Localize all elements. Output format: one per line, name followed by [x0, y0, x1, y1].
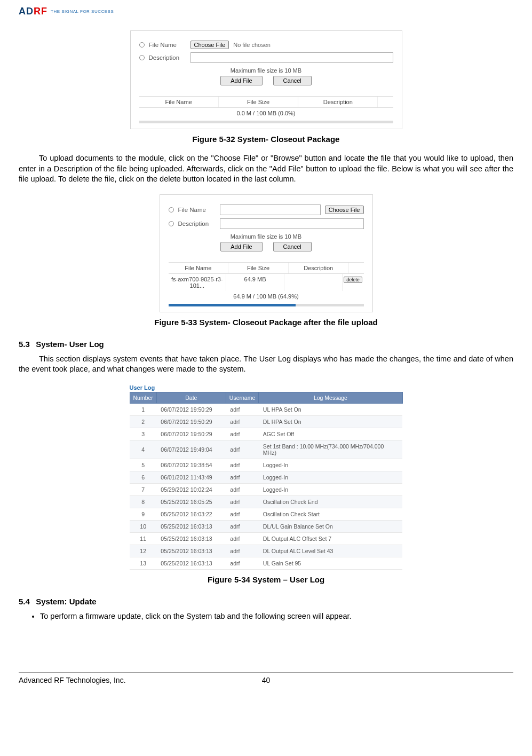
cell-date: 06/07/2012 19:50:29 [156, 428, 226, 440]
table-row: 206/07/2012 19:50:29adrfDL HPA Set On [130, 415, 402, 428]
cell-date: 06/01/2012 11:43:49 [156, 471, 226, 483]
cell-username: adrf [226, 557, 258, 569]
logo-prefix: AD [19, 6, 34, 17]
cell-logmessage: DL Output ALC Level Set 43 [259, 545, 402, 557]
page-header: ADRF THE SIGNAL FOR SUCCESS [19, 5, 513, 17]
table-row: fs-axm700-9025-r3-101... 64.9 MB delete [169, 274, 364, 291]
col-username: Username [226, 392, 258, 403]
radio-icon[interactable] [169, 221, 174, 226]
footer-company: Advanced RF Technologies, Inc. [19, 676, 250, 684]
col-filename: File Name [169, 263, 229, 273]
choose-file-button[interactable]: Choose File [190, 41, 229, 49]
filename-input[interactable] [220, 204, 321, 215]
logo-suffix: RF [34, 6, 47, 17]
cell-date: 06/07/2012 19:50:29 [156, 403, 226, 415]
cell-number: 7 [130, 483, 156, 495]
table-row: 106/07/2012 19:50:29adrfUL HPA Set On [130, 403, 402, 415]
table-row: 705/29/2012 10:02:24adrfLogged-In [130, 483, 402, 495]
cell-username: adrf [226, 495, 258, 508]
description-row: Description [139, 52, 393, 63]
col-description: Description [298, 97, 378, 107]
add-file-button[interactable]: Add File [220, 242, 262, 251]
usage-progress [139, 121, 393, 123]
cell-username: adrf [226, 532, 258, 545]
cell-username: adrf [226, 483, 258, 495]
table-row: 805/25/2012 16:05:25adrfOscillation Chec… [130, 495, 402, 508]
radio-icon[interactable] [139, 42, 145, 48]
cell-date: 06/07/2012 19:38:54 [156, 459, 226, 471]
table-row: 1105/25/2012 16:03:13adrfDL Output ALC O… [130, 532, 402, 545]
filename-row: File Name Choose File No file chosen [139, 41, 393, 49]
col-filename: File Name [139, 97, 219, 107]
filename-label: File Name [149, 42, 186, 48]
description-input[interactable] [190, 52, 393, 63]
cell-username: adrf [226, 520, 258, 532]
cell-number: 2 [130, 415, 156, 428]
section-54-title: System: Update [36, 597, 96, 606]
filename-label: File Name [178, 207, 216, 213]
radio-icon[interactable] [169, 207, 174, 212]
usage-text: 64.9 M / 100 MB (64.9%) [169, 291, 364, 302]
cell-date: 05/25/2012 16:03:13 [156, 545, 226, 557]
cell-number: 9 [130, 508, 156, 520]
figure-534-caption: Figure 5-34 System – User Log [19, 575, 513, 584]
cell-date: 05/25/2012 16:03:22 [156, 508, 226, 520]
cell-number: 3 [130, 428, 156, 440]
figure-533-caption: Figure 5-33 System- Closeout Package aft… [19, 318, 513, 327]
col-number: Number [130, 392, 156, 403]
table-row: 1205/25/2012 16:03:13adrfDL Output ALC L… [130, 545, 402, 557]
cell-number: 10 [130, 520, 156, 532]
table-row: 1005/25/2012 16:03:13adrfDL/UL Gain Bala… [130, 520, 402, 532]
description-label: Description [178, 220, 216, 227]
cell-logmessage: Logged-In [259, 483, 402, 495]
figure-534: User Log Number Date Username Log Messag… [19, 384, 513, 570]
cell-date: 05/25/2012 16:03:13 [156, 532, 226, 545]
description-row: Description [169, 218, 364, 229]
cell-logmessage: UL Gain Set 95 [259, 557, 402, 569]
table-row: 905/25/2012 16:03:22adrfOscillation Chec… [130, 508, 402, 520]
update-bullet-list: To perform a firmware update, click on t… [40, 611, 513, 622]
table-row: 506/07/2012 19:38:54adrfLogged-In [130, 459, 402, 471]
cell-number: 11 [130, 532, 156, 545]
col-date: Date [156, 392, 226, 403]
description-input[interactable] [220, 218, 364, 229]
section-54-number: 5.4 [19, 597, 34, 606]
section-53-title: System- User Log [36, 340, 104, 349]
figure-532-caption: Figure 5-32 System- Closeout Package [19, 135, 513, 144]
userlog-paragraph: This section displays system events that… [19, 354, 513, 375]
page-footer: Advanced RF Technologies, Inc. 40 [19, 672, 513, 684]
userlog-panel: User Log Number Date Username Log Messag… [130, 384, 403, 570]
cell-username: adrf [226, 471, 258, 483]
choose-file-button[interactable]: Choose File [325, 206, 364, 214]
cell-number: 1 [130, 403, 156, 415]
update-bullet: To perform a firmware update, click on t… [40, 611, 513, 622]
tagline: THE SIGNAL FOR SUCCESS [51, 9, 114, 14]
cell-username: adrf [226, 459, 258, 471]
cancel-button[interactable]: Cancel [273, 242, 312, 251]
cell-logmessage: Oscillation Check Start [259, 508, 402, 520]
usage-progress [169, 304, 364, 306]
cell-date: 05/25/2012 16:05:25 [156, 495, 226, 508]
cancel-button[interactable]: Cancel [273, 76, 312, 85]
cell-number: 12 [130, 545, 156, 557]
figure-532: File Name Choose File No file chosen Des… [19, 30, 513, 129]
delete-button[interactable]: delete [344, 277, 362, 283]
usage-text: 0.0 M / 100 MB (0.0%) [139, 108, 393, 119]
add-file-button[interactable]: Add File [220, 76, 262, 85]
closeout-panel-empty: File Name Choose File No file chosen Des… [130, 30, 402, 129]
figure-533: File Name Choose File Description Maximu… [19, 194, 513, 312]
radio-icon[interactable] [139, 55, 145, 60]
cell-logmessage: DL Output ALC Offset Set 7 [259, 532, 402, 545]
cell-username: adrf [226, 403, 258, 415]
description-label: Description [149, 54, 186, 61]
cell-date: 05/25/2012 16:03:13 [156, 520, 226, 532]
cell-date: 05/29/2012 10:02:24 [156, 483, 226, 495]
logo: ADRF [19, 6, 47, 17]
cell-logmessage: UL HPA Set On [259, 403, 402, 415]
userlog-table: Number Date Username Log Message 106/07/… [130, 392, 403, 570]
cell-username: adrf [226, 440, 258, 459]
footer-page: 40 [250, 676, 282, 684]
cell-action: delete [343, 274, 364, 291]
table-row: 406/07/2012 19:49:04adrfSet 1st Band : 1… [130, 440, 402, 459]
closeout-panel-uploaded: File Name Choose File Description Maximu… [160, 194, 373, 312]
